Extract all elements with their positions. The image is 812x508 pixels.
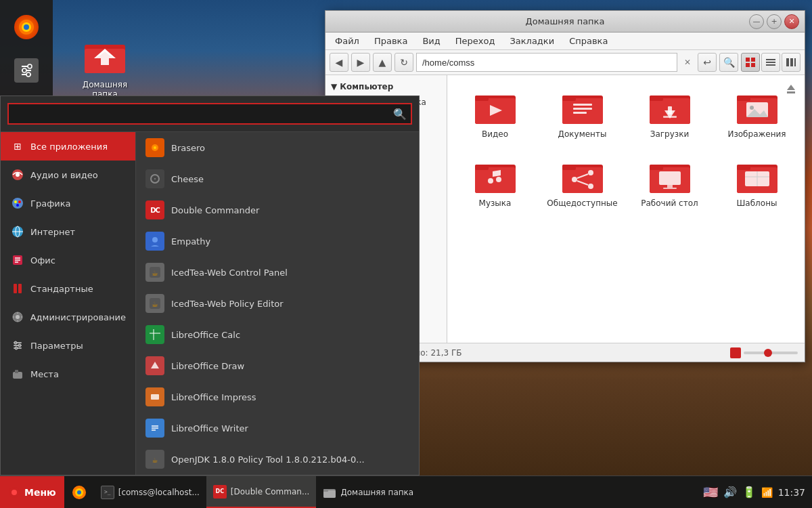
window-minimize-btn[interactable]: — (749, 14, 764, 29)
admin-icon (10, 310, 25, 324)
svg-rect-139 (323, 489, 328, 492)
app-item-brasero[interactable]: Brasero (136, 132, 419, 163)
menu-edit[interactable]: Правка (367, 34, 414, 48)
list-view-button[interactable] (761, 53, 780, 72)
category-admin[interactable]: Администрирование (1, 303, 135, 331)
svg-point-8 (26, 72, 30, 77)
up-icon: ▲ (379, 57, 386, 68)
eject-button[interactable] (784, 82, 798, 98)
app-item-openjdk[interactable]: ☕ OpenJDK 1.8.0 Policy Tool 1.8.0.212.b0… (136, 444, 419, 475)
window-maximize-btn[interactable]: + (767, 14, 782, 29)
zoom-slider[interactable] (730, 347, 798, 358)
app-item-cheese[interactable]: Cheese (136, 163, 419, 194)
svg-point-7 (22, 68, 26, 72)
double-commander-icon: DC (145, 200, 164, 219)
office-icon (10, 253, 25, 268)
speaker-icon[interactable]: 🔊 (723, 486, 737, 499)
file-manager-toolbar: ◀ ▶ ▲ ↻ ✕ ↩ 🔍 (325, 50, 805, 75)
close-icon: ✕ (788, 17, 794, 26)
taskbar-dc-icon: DC (213, 485, 227, 499)
flag-icon: 🇺🇸 (703, 485, 718, 499)
folder-public[interactable]: Общедоступные (541, 151, 623, 215)
folder-video[interactable]: Видео (454, 82, 536, 146)
search-icon[interactable]: 🔍 (393, 108, 407, 121)
file-grid: Видео Документы (454, 82, 798, 215)
app-item-libreoffice-calc[interactable]: LibreOffice Calc (136, 319, 419, 350)
desktop-icon-home[interactable]: Домашняя папка (74, 34, 135, 99)
taskbar-right: 🇺🇸 🔊 🔋 📶 11:37 (703, 485, 812, 499)
app-item-libreoffice-writer[interactable]: LibreOffice Writer (136, 412, 419, 444)
libreoffice-calc-icon (145, 325, 164, 344)
zoom-track[interactable] (744, 352, 798, 354)
category-places[interactable]: Места (1, 360, 135, 388)
svg-rect-124 (667, 185, 673, 188)
app-item-empathy[interactable]: Empathy (136, 226, 419, 257)
app-item-icedtea-policy[interactable]: ☕ IcedTea-Web Policy Editor (136, 288, 419, 319)
category-graphics[interactable]: Графика (1, 189, 135, 217)
menu-view[interactable]: Вид (415, 34, 447, 48)
folder-music[interactable]: Музыка (454, 151, 536, 215)
app-item-icedtea-control[interactable]: ☕ IcedTea-Web Control Panel (136, 257, 419, 288)
category-all[interactable]: ⊞ Все приложения (1, 132, 135, 161)
svg-point-22 (14, 200, 17, 203)
sidebar-header-computer[interactable]: ▼ Компьютер (325, 79, 447, 94)
category-all-label: Все приложения (30, 142, 108, 152)
taskbar-menu-label: Меню (24, 487, 56, 498)
left-panel-firefox[interactable] (6, 7, 47, 47)
category-office[interactable]: Офис (1, 246, 135, 274)
address-bar[interactable] (416, 53, 677, 72)
svg-point-115 (572, 177, 577, 182)
folder-docs[interactable]: Документы (541, 82, 623, 146)
bookmark-button[interactable]: ↩ (698, 53, 717, 72)
up-button[interactable]: ▲ (373, 53, 392, 72)
forward-button[interactable]: ▶ (351, 53, 370, 72)
search-button[interactable]: 🔍 (719, 53, 738, 72)
category-settings[interactable]: Параметры (1, 331, 135, 360)
menu-file[interactable]: Файл (328, 34, 366, 48)
svg-rect-109 (475, 165, 489, 170)
taskbar-menu-button[interactable]: Меню (0, 476, 64, 508)
category-internet[interactable]: Интернет (1, 217, 135, 246)
taskbar-folder-icon (323, 486, 336, 499)
svg-text:☕: ☕ (152, 457, 158, 464)
svg-point-43 (14, 341, 17, 344)
svg-rect-84 (787, 91, 795, 93)
taskbar-firefox[interactable] (64, 476, 94, 508)
detail-view-button[interactable] (782, 53, 800, 72)
svg-rect-103 (737, 96, 750, 101)
svg-rect-125 (663, 188, 677, 189)
folder-downloads[interactable]: Загрузки (629, 82, 710, 146)
folder-templates-label: Шаблоны (737, 198, 777, 208)
taskbar-double-commander[interactable]: DC [Double Comman... (206, 476, 317, 508)
icon-view-button[interactable] (741, 53, 760, 72)
category-places-label: Места (30, 369, 59, 379)
svg-point-35 (16, 315, 20, 319)
category-settings-label: Параметры (30, 341, 83, 351)
category-admin-label: Администрирование (30, 312, 126, 322)
menu-go[interactable]: Переход (449, 34, 502, 48)
app-menu-search-input[interactable] (7, 103, 412, 125)
clear-address-button[interactable]: ✕ (680, 55, 695, 70)
app-label-empathy: Empathy (171, 236, 210, 247)
taskbar-terminal[interactable]: >_ [comss@localhost... (94, 476, 206, 508)
left-panel-tools[interactable] (6, 50, 47, 91)
taskbar-home-folder[interactable]: Домашняя папка (316, 476, 420, 508)
menu-bookmarks[interactable]: Закладки (503, 34, 561, 48)
category-audio[interactable]: Аудио и видео (1, 161, 135, 189)
svg-rect-66 (151, 394, 159, 400)
menu-help[interactable]: Справка (562, 34, 614, 48)
file-manager-title: Домашняя папка (526, 16, 605, 26)
app-item-double-commander[interactable]: DC Double Commander (136, 194, 419, 226)
zoom-thumb[interactable] (764, 349, 772, 357)
category-standard[interactable]: Стандартные (1, 274, 135, 303)
folder-desktop[interactable]: Рабочий стол (629, 151, 710, 215)
window-close-btn[interactable]: ✕ (784, 14, 799, 29)
icedtea-policy-icon: ☕ (145, 294, 164, 313)
app-item-libreoffice-draw[interactable]: LibreOffice Draw (136, 350, 419, 381)
folder-templates[interactable]: Шаблоны (716, 151, 798, 215)
libreoffice-writer-icon (145, 419, 164, 438)
back-button[interactable]: ◀ (330, 53, 348, 72)
svg-rect-47 (15, 370, 18, 373)
refresh-button[interactable]: ↻ (394, 53, 413, 72)
app-item-libreoffice-impress[interactable]: LibreOffice Impress (136, 381, 419, 412)
